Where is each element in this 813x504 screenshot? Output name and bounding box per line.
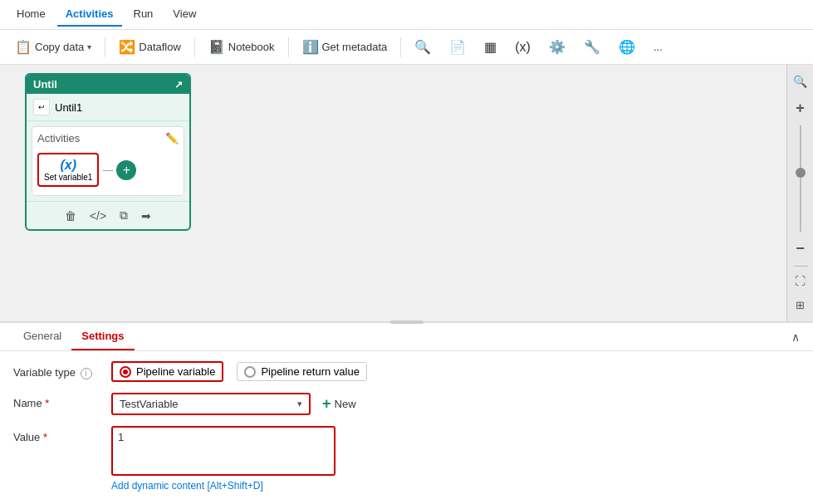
nav-home[interactable]: Home: [8, 2, 54, 27]
nav-activities[interactable]: Activities: [57, 2, 122, 27]
new-label: New: [335, 398, 356, 410]
variable-type-label-text: Variable type: [13, 366, 76, 379]
copy-data-button[interactable]: 📋 Copy data ▾: [8, 36, 98, 58]
bottom-tabs: General Settings ∧: [0, 323, 813, 351]
notebook-icon: 📓: [208, 39, 225, 55]
notebook-button[interactable]: 📓 Notebook: [202, 36, 282, 58]
tabs-left: General Settings: [13, 323, 135, 350]
variable-type-row: Variable type i Pipeline variable Pipeli…: [13, 361, 800, 382]
expand-icon[interactable]: ↗: [174, 79, 183, 91]
copy-data-icon: 📋: [15, 39, 32, 55]
toolbar-sep-4: [400, 37, 401, 57]
variable-type-label: Variable type i: [13, 361, 105, 379]
nav-run[interactable]: Run: [125, 2, 162, 27]
metadata-icon: ℹ️: [302, 39, 319, 55]
variable-icon: (x): [515, 40, 531, 55]
settings-cog-icon: ⚙️: [549, 39, 566, 55]
name-row-inner: TestVariable ▾ + New: [111, 392, 800, 416]
zoom-slider-thumb[interactable]: [796, 168, 806, 178]
debug-button[interactable]: 🔧: [577, 36, 607, 58]
debug-icon: 🔧: [584, 39, 600, 55]
more-button[interactable]: ...: [647, 37, 669, 56]
collapse-button[interactable]: ∧: [791, 330, 800, 344]
pipeline-variable-label: Pipeline variable: [136, 365, 215, 378]
bottom-panel: General Settings ∧ Variable type i Pipel…: [0, 321, 813, 504]
value-required-star: *: [43, 431, 47, 443]
copy-data-label: Copy data: [35, 41, 84, 53]
pipeline-return-radio[interactable]: [244, 366, 256, 378]
canvas-search-button[interactable]: 🔍: [790, 71, 811, 91]
grid-view-button[interactable]: ⊞: [792, 296, 808, 315]
code-button[interactable]: </>: [86, 208, 110, 224]
until-sub-icon-symbol: ↩: [38, 103, 45, 111]
until-sub-icon: ↩: [33, 99, 50, 115]
notebook-label: Notebook: [228, 41, 275, 53]
until-title: Until: [33, 78, 57, 91]
name-label-text: Name: [13, 397, 42, 409]
add-activity-button[interactable]: +: [116, 160, 136, 180]
new-button[interactable]: + New: [317, 392, 361, 416]
dataflow-button[interactable]: 🔀 Dataflow: [112, 36, 188, 58]
value-control: 1 Add dynamic content [Alt+Shift+D]: [111, 426, 800, 492]
metadata-label: Get metadata: [322, 41, 388, 53]
variable-type-control: Pipeline variable Pipeline return value: [111, 361, 800, 382]
until-sub-header: ↩ Until1: [27, 94, 189, 121]
select-arrow-icon: ▾: [297, 399, 302, 409]
dynamic-content-link[interactable]: Add dynamic content [Alt+Shift+D]: [111, 480, 263, 492]
name-select[interactable]: TestVariable ▾: [111, 393, 311, 415]
activities-label-text: Activities: [37, 132, 80, 144]
tab-general[interactable]: General: [13, 323, 71, 350]
pipeline-return-option[interactable]: Pipeline return value: [237, 362, 367, 381]
nav-bar: Home Activities Run View: [0, 0, 813, 30]
canvas-area[interactable]: Until ↗ ↩ Until1 Activities ✏️ (x): [0, 65, 813, 321]
value-textarea[interactable]: 1: [111, 426, 335, 476]
tab-settings[interactable]: Settings: [71, 323, 134, 350]
globe-button[interactable]: 🌐: [612, 36, 642, 58]
grid-icon: ▦: [484, 39, 497, 55]
value-row: Value * 1 Add dynamic content [Alt+Shift…: [13, 426, 800, 492]
divider: [793, 266, 808, 267]
pipeline-variable-option[interactable]: Pipeline variable: [111, 361, 223, 382]
delete-button[interactable]: 🗑: [61, 208, 80, 224]
pipeline-return-label: Pipeline return value: [261, 365, 360, 378]
until-subtitle: Until1: [55, 101, 82, 114]
bottom-panel-handle[interactable]: [390, 321, 424, 324]
until-block: Until ↗ ↩ Until1 Activities ✏️ (x): [25, 73, 191, 231]
settings-content: Variable type i Pipeline variable Pipeli…: [0, 351, 813, 504]
set-variable-flow: (x) Set variable1 +: [37, 149, 179, 190]
set-variable-box[interactable]: (x) Set variable1: [37, 153, 99, 187]
pipeline-variable-radio[interactable]: [120, 366, 131, 378]
copy-button[interactable]: ⧉: [116, 207, 131, 224]
zoom-out-button[interactable]: −: [792, 237, 808, 261]
nav-view[interactable]: View: [164, 2, 204, 27]
toolbar: 📋 Copy data ▾ 🔀 Dataflow 📓 Notebook ℹ️ G…: [0, 30, 813, 65]
name-select-value: TestVariable: [120, 398, 179, 410]
fit-screen-button[interactable]: ⛶: [791, 272, 809, 291]
pipeline-icon: 📄: [449, 39, 466, 55]
globe-icon: 🌐: [619, 39, 635, 55]
variable-button[interactable]: (x): [508, 37, 537, 58]
main-area: Until ↗ ↩ Until1 Activities ✏️ (x): [0, 65, 813, 321]
dataflow-icon: 🔀: [119, 39, 135, 55]
navigate-button[interactable]: ➡: [138, 208, 154, 224]
until-header-icons: ↗: [174, 79, 183, 91]
search-button[interactable]: 🔍: [408, 36, 438, 58]
settings-cog-button[interactable]: ⚙️: [542, 36, 572, 58]
activities-inner: Activities ✏️ (x) Set variable1 +: [32, 126, 184, 196]
name-control: TestVariable ▾ + New: [111, 392, 800, 416]
zoom-in-button[interactable]: +: [792, 96, 808, 120]
name-row: Name * TestVariable ▾ + New: [13, 392, 800, 416]
dataflow-label: Dataflow: [139, 41, 181, 53]
radio-group: Pipeline variable Pipeline return value: [111, 361, 800, 382]
edit-icon[interactable]: ✏️: [165, 132, 179, 144]
value-label: Value *: [13, 426, 105, 443]
until-footer: 🗑 </> ⧉ ➡: [27, 201, 189, 229]
more-label: ...: [654, 41, 663, 53]
grid-button[interactable]: ▦: [478, 36, 503, 58]
fx-icon: (x): [44, 158, 92, 173]
activities-label: Activities ✏️: [37, 132, 179, 144]
get-metadata-button[interactable]: ℹ️ Get metadata: [296, 36, 394, 58]
info-icon[interactable]: i: [81, 368, 92, 379]
name-label: Name *: [13, 392, 105, 409]
pipeline-button[interactable]: 📄: [443, 36, 473, 58]
